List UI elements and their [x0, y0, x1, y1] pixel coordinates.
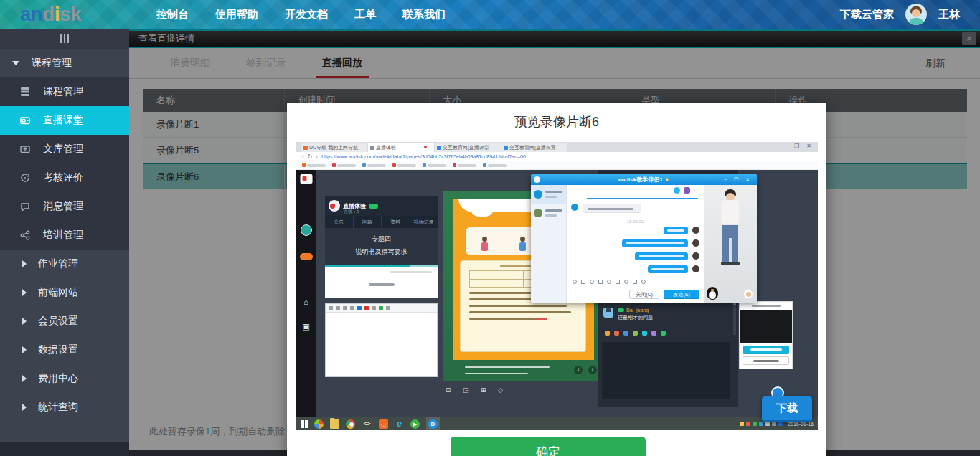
qq-contact — [531, 185, 566, 204]
room-tab-materials: 资料 — [381, 216, 410, 228]
browser-icon — [346, 419, 355, 429]
room-tab-gifts: 礼物记录 — [410, 216, 438, 228]
more-icon: ⋯ — [694, 187, 699, 194]
sidebar-item-label: 直播课堂 — [43, 114, 83, 127]
bookmark-item — [332, 163, 356, 167]
bookmark-item — [483, 163, 507, 167]
download-manager-link[interactable]: 下载云管家 — [840, 8, 894, 22]
nav-item-console[interactable]: 控制台 — [156, 8, 189, 22]
bookmark-item — [302, 163, 326, 167]
sidebar-group-label: 课程管理 — [32, 57, 72, 70]
presenter-avatar-icon — [301, 224, 312, 236]
sidebar-item-label: 考核评价 — [43, 171, 83, 184]
sidebar: 课程管理 课程管理 直播课堂 文库管理 考核评价 — [0, 29, 129, 456]
start-button-icon — [301, 420, 308, 428]
sidebar-item-label: 文库管理 — [43, 143, 83, 156]
small-avatar — [743, 288, 754, 300]
qq-chat-area: ⋯ 15:25:31 关闭(C) 发送(S) — [567, 185, 704, 303]
sidebar-group-members[interactable]: 会员设置 — [0, 307, 129, 336]
bookmark-item — [362, 163, 386, 167]
nav-right: 下载云管家 王林 — [840, 0, 960, 29]
sidebar-group-course[interactable]: 课程管理 — [0, 49, 129, 77]
qq-window-title: andisk教学伴侣1 — [618, 176, 663, 183]
taskbar-icons: <> ◡ e ▶ D — [314, 417, 440, 430]
ie-icon: e — [395, 419, 404, 429]
sidebar-group-label: 费用中心 — [38, 372, 78, 385]
app-sidebar: ⌂ ▣ — [296, 170, 316, 417]
divider — [587, 198, 698, 199]
sidebar-item-library-mgmt[interactable]: 文库管理 — [0, 135, 129, 163]
username[interactable]: 王林 — [938, 8, 960, 22]
browser-tab-strip: UC导航 我的上网导航 直播体验 交互教育网|直播课堂 交互教育网|直播设置 −… — [296, 142, 818, 152]
mini-video-area — [740, 310, 792, 343]
message-bubble-icon — [19, 201, 31, 212]
bookmarks-bar — [296, 161, 818, 170]
sidebar-item-label: 培训管理 — [43, 229, 83, 242]
nav-item-tickets[interactable]: 工单 — [354, 8, 376, 22]
caret-down-icon — [12, 61, 19, 65]
mini-secondary-button — [743, 356, 789, 365]
gift-icon: ▣ — [302, 322, 309, 331]
logo-part: d — [43, 4, 55, 25]
user-avatar[interactable] — [905, 4, 927, 25]
pinwheel-app-icon — [314, 419, 324, 429]
confirm-button[interactable]: 确定 — [451, 437, 646, 456]
sidebar-group-label: 前端网站 — [38, 286, 78, 299]
chat-message-text: 还是刚才的问题 — [618, 314, 653, 321]
chat-timestamp: 15:25:31 — [567, 219, 704, 224]
call-badge-icon — [300, 253, 313, 260]
caret-right-icon — [22, 318, 27, 325]
qq-close-button: 关闭(C) — [629, 290, 659, 299]
qq-show-photo — [704, 185, 757, 303]
bookmark-item — [453, 163, 476, 167]
sidebar-group-label: 数据设置 — [38, 343, 78, 356]
chalk-writing — [465, 373, 528, 374]
room-tabs: 公告 问题 资料 礼物记录 — [325, 216, 438, 228]
sidebar-group-label: 会员设置 — [38, 315, 78, 328]
nav-item-contact[interactable]: 联系我们 — [402, 8, 446, 22]
sidebar-collapse-button[interactable] — [0, 29, 129, 49]
qq-penguin-icon — [707, 287, 718, 300]
sidebar-item-training[interactable]: 培训管理 — [0, 221, 129, 250]
code-app-icon: <> — [362, 419, 372, 429]
stage-toolbar-icons: ⊡ ◳ ⊞ ◇ — [446, 386, 508, 394]
active-app-icon: D — [426, 417, 440, 430]
assessment-refresh-icon — [19, 172, 31, 184]
app-logo-icon — [300, 174, 312, 184]
nav-item-devdocs[interactable]: 开发文档 — [285, 8, 328, 22]
caret-right-icon — [22, 375, 27, 382]
slide-headline: 专题四 — [325, 228, 438, 244]
sidebar-footer — [0, 442, 129, 456]
browser-tab-title: 直播体验 — [376, 145, 396, 150]
sidebar-group-data[interactable]: 数据设置 — [0, 336, 129, 364]
qq-call-tools: ⋯ — [674, 187, 699, 194]
caret-right-icon — [22, 346, 27, 353]
logo[interactable]: andisk — [20, 0, 82, 29]
mini-panel-header — [740, 302, 792, 310]
sidebar-item-course-mgmt[interactable]: 课程管理 — [0, 77, 129, 106]
qq-contact-list — [531, 185, 567, 303]
training-group-icon — [19, 229, 31, 241]
sidebar-group-label: 统计查询 — [38, 401, 78, 414]
nav-item-help[interactable]: 使用帮助 — [215, 8, 258, 22]
explorer-icon — [330, 419, 339, 429]
sidebar-item-assessment[interactable]: 考核评价 — [0, 163, 129, 192]
sidebar-item-label: 消息管理 — [43, 200, 83, 213]
live-status-badge — [369, 204, 378, 209]
sidebar-group-billing[interactable]: 费用中心 — [0, 364, 129, 393]
sidebar-group-label: 作业管理 — [38, 257, 78, 270]
favicon — [370, 146, 374, 150]
browser-tab: UC导航 我的上网导航 — [301, 143, 367, 152]
caret-right-icon — [22, 404, 27, 411]
sidebar-group-homework[interactable]: 作业管理 — [0, 250, 129, 278]
sidebar-group-stats[interactable]: 统计查询 — [0, 393, 129, 422]
nav-menu: 控制台 使用帮助 开发文档 工单 联系我们 — [156, 0, 446, 29]
sidebar-item-messages[interactable]: 消息管理 — [0, 192, 129, 221]
sidebar-group-frontend[interactable]: 前端网站 — [0, 278, 129, 307]
qq-title-bar: andisk教学伴侣1 ★ − ❐ ✕ — [531, 174, 757, 185]
courses-icon — [19, 86, 31, 98]
sidebar-item-live-classroom[interactable]: 直播课堂 — [0, 106, 129, 135]
download-button[interactable]: 下载 — [762, 396, 812, 422]
qq-chat-window: andisk教学伴侣1 ★ − ❐ ✕ ⋯ 15:25:31 — [531, 174, 757, 303]
bookmark-item — [423, 163, 446, 167]
